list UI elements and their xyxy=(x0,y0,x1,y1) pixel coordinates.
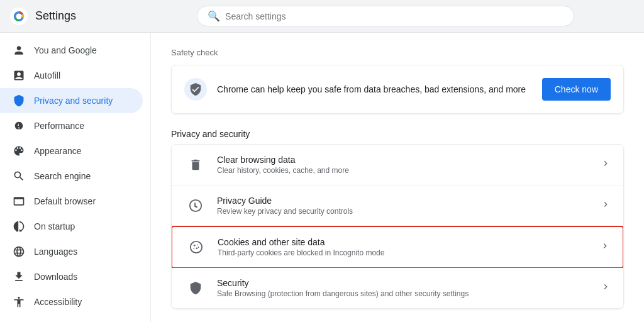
privacy-guide-text: Privacy GuideReview key privacy and secu… xyxy=(217,196,591,216)
sidebar-label-performance: Performance xyxy=(34,121,84,131)
default-browser-icon xyxy=(13,195,25,208)
clear-browsing-data-title: Clear browsing data xyxy=(217,155,591,165)
sidebar-item-accessibility[interactable]: Accessibility xyxy=(0,289,143,314)
privacy-guide-title: Privacy Guide xyxy=(217,196,591,206)
svg-point-4 xyxy=(191,242,202,253)
sidebar-item-appearance[interactable]: Appearance xyxy=(0,138,143,164)
security-text: SecuritySafe Browsing (protection from d… xyxy=(217,278,591,298)
sidebar-item-on-startup[interactable]: On startup xyxy=(0,214,143,239)
security-arrow-icon xyxy=(601,282,611,294)
privacy-settings-list: Clear browsing dataClear history, cookie… xyxy=(171,144,624,309)
app-title: Settings xyxy=(35,9,76,23)
sidebar-label-languages: Languages xyxy=(34,247,77,257)
settings-row-privacy-guide[interactable]: Privacy GuideReview key privacy and secu… xyxy=(172,186,623,226)
you-and-google-icon xyxy=(13,44,25,57)
svg-point-8 xyxy=(196,247,198,249)
sidebar-label-autofill: Autofill xyxy=(34,70,60,80)
sidebar-label-you-and-google: You and Google xyxy=(34,45,97,55)
settings-row-clear-browsing-data[interactable]: Clear browsing dataClear history, cookie… xyxy=(172,145,623,186)
search-engine-icon xyxy=(13,170,25,182)
cookies-icon xyxy=(185,236,208,258)
downloads-icon xyxy=(13,270,25,283)
sidebar-item-languages[interactable]: Languages xyxy=(0,239,143,264)
sidebar-item-downloads[interactable]: Downloads xyxy=(0,264,143,289)
sidebar-item-privacy-and-security[interactable]: Privacy and security xyxy=(0,88,143,113)
clear-browsing-data-arrow-icon xyxy=(601,158,611,171)
settings-row-security[interactable]: SecuritySafe Browsing (protection from d… xyxy=(172,268,623,308)
on-startup-icon xyxy=(13,220,25,233)
settings-row-cookies[interactable]: Cookies and other site dataThird-party c… xyxy=(171,226,624,269)
safety-check-section-label: Safety check xyxy=(171,48,624,57)
appearance-icon xyxy=(13,145,25,157)
privacy-and-security-icon xyxy=(13,94,25,107)
sidebar-label-accessibility: Accessibility xyxy=(34,297,82,307)
chrome-logo-icon xyxy=(10,8,28,25)
clear-browsing-data-icon xyxy=(184,153,207,176)
search-bar[interactable]: 🔍 xyxy=(197,6,574,26)
main-layout: You and GoogleAutofillPrivacy and securi… xyxy=(0,33,644,322)
safety-check-icon xyxy=(184,78,207,101)
svg-point-5 xyxy=(194,245,196,247)
sidebar-item-default-browser[interactable]: Default browser xyxy=(0,189,143,214)
performance-icon xyxy=(13,119,25,132)
cookies-arrow-icon xyxy=(600,241,610,253)
autofill-icon xyxy=(13,69,25,82)
sidebar-label-appearance: Appearance xyxy=(34,146,82,156)
cookies-subtitle: Third-party cookies are blocked in Incog… xyxy=(218,248,590,257)
sidebar-label-search-engine: Search engine xyxy=(34,171,91,181)
sidebar: You and GoogleAutofillPrivacy and securi… xyxy=(0,33,151,322)
privacy-guide-subtitle: Review key privacy and security controls xyxy=(217,207,591,216)
clear-browsing-data-text: Clear browsing dataClear history, cookie… xyxy=(217,155,591,175)
top-bar: Settings 🔍 xyxy=(0,0,644,33)
cookies-text: Cookies and other site dataThird-party c… xyxy=(218,237,590,257)
sidebar-item-autofill[interactable]: Autofill xyxy=(0,63,143,88)
safety-check-card: Chrome can help keep you safe from data … xyxy=(171,65,624,114)
security-title: Security xyxy=(217,278,591,288)
sidebar-label-on-startup: On startup xyxy=(34,221,75,231)
sidebar-label-downloads: Downloads xyxy=(34,272,77,282)
privacy-guide-arrow-icon xyxy=(601,199,611,212)
safety-check-message: Chrome can help keep you safe from data … xyxy=(217,84,532,94)
svg-point-9 xyxy=(198,247,199,248)
svg-point-6 xyxy=(197,244,198,245)
svg-point-7 xyxy=(193,248,194,249)
search-input[interactable] xyxy=(225,11,564,21)
sidebar-item-performance[interactable]: Performance xyxy=(0,113,143,138)
security-icon xyxy=(184,277,207,299)
check-now-button[interactable]: Check now xyxy=(542,78,611,101)
main-content: Safety check Chrome can help keep you sa… xyxy=(151,33,644,322)
sidebar-label-privacy-and-security: Privacy and security xyxy=(34,96,113,106)
privacy-section-title: Privacy and security xyxy=(171,129,624,139)
accessibility-icon xyxy=(13,296,25,308)
security-subtitle: Safe Browsing (protection from dangerous… xyxy=(217,289,591,298)
sidebar-item-you-and-google[interactable]: You and Google xyxy=(0,38,143,63)
cookies-title: Cookies and other site data xyxy=(218,237,590,247)
languages-icon xyxy=(13,245,25,258)
search-icon: 🔍 xyxy=(208,10,220,22)
sidebar-label-default-browser: Default browser xyxy=(34,196,96,206)
privacy-guide-icon xyxy=(184,194,207,217)
sidebar-item-search-engine[interactable]: Search engine xyxy=(0,164,143,189)
clear-browsing-data-subtitle: Clear history, cookies, cache, and more xyxy=(217,166,591,175)
svg-point-2 xyxy=(16,13,22,19)
